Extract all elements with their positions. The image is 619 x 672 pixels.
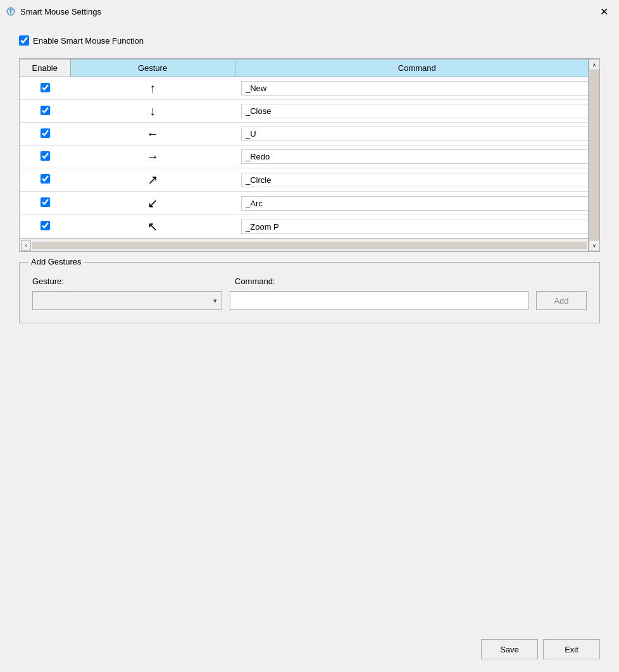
row-enable-4 [20,168,70,192]
row-gesture-3: → [70,146,235,168]
row-enable-3 [20,146,70,168]
header-enable: Enable [20,59,70,77]
scroll-track [589,70,599,240]
add-gestures-box: Add Gestures Gesture: Command: ↑↓←→↗↙↖↘↔… [19,262,600,323]
scroll-up-button[interactable]: ∧ [589,59,600,70]
enable-checkbox-3[interactable] [41,151,50,161]
command-input-6[interactable] [241,220,593,234]
window: Smart Mouse Settings ✕ Enable Smart Mous… [0,0,619,672]
exit-button[interactable]: Exit [543,639,600,659]
command-input-5[interactable] [241,196,593,211]
row-command-5 [235,192,599,215]
enable-function-label: Enable Smart Mouse Function [33,36,144,46]
enable-function-row: Enable Smart Mouse Function [19,35,600,46]
row-command-4 [235,168,599,192]
command-input-1[interactable] [241,104,593,118]
row-command-1 [235,100,599,123]
h-scroll-track [32,242,587,249]
table-body: ↑↓←→↗↙↖ [20,77,599,239]
command-input-2[interactable] [241,127,593,141]
gestures-table: Enable Gesture Command ↑↓←→↗↙↖ [20,59,599,239]
add-form-labels: Gesture: Command: [32,277,587,286]
row-command-6 [235,215,599,239]
enable-checkbox-2[interactable] [41,128,50,138]
row-gesture-2: ← [70,123,235,146]
command-input-3[interactable] [241,149,593,164]
header-command: Command [235,59,599,77]
command-input-4[interactable] [241,173,593,187]
table-row: ← [20,123,599,146]
close-button[interactable]: ✕ [596,4,611,19]
footer-buttons: Save Exit [0,633,619,672]
add-gestures-title: Add Gestures [28,257,84,266]
table-row: ↓ [20,100,599,123]
add-button[interactable]: Add [536,291,587,310]
table-row: ↙ [20,192,599,215]
row-command-2 [235,123,599,146]
main-content: Enable Smart Mouse Function Enable Gestu… [0,23,619,633]
app-icon [5,6,16,17]
row-enable-2 [20,123,70,146]
title-bar: Smart Mouse Settings ✕ [0,0,619,23]
save-button[interactable]: Save [481,639,538,659]
gestures-table-container: Enable Gesture Command ↑↓←→↗↙↖ ∧ ∨ [19,58,600,252]
row-gesture-4: ↗ [70,168,235,192]
row-enable-0 [20,77,70,100]
row-enable-6 [20,215,70,239]
table-row: ↖ [20,215,599,239]
row-command-0 [235,77,599,100]
gesture-field-label: Gesture: [32,277,235,286]
table-row: ↑ [20,77,599,100]
gesture-select[interactable]: ↑↓←→↗↙↖↘↔↕ [32,291,222,310]
svg-point-0 [10,11,12,13]
row-command-3 [235,146,599,168]
table-row: ↗ [20,168,599,192]
enable-function-checkbox[interactable] [19,35,29,46]
row-gesture-5: ↙ [70,192,235,215]
enable-checkbox-6[interactable] [41,221,50,230]
vertical-scrollbar: ∧ ∨ [588,59,599,251]
window-title: Smart Mouse Settings [20,7,101,16]
horizontal-scrollbar: ‹ › [20,239,599,251]
row-gesture-0: ↑ [70,77,235,100]
row-enable-1 [20,100,70,123]
enable-checkbox-1[interactable] [41,106,50,115]
gesture-select-wrapper: ↑↓←→↗↙↖↘↔↕ [32,291,222,310]
command-input[interactable] [230,291,528,310]
command-field-label: Command: [235,277,587,286]
enable-checkbox-0[interactable] [41,83,50,92]
scroll-left-button[interactable]: ‹ [21,240,31,251]
scroll-down-button[interactable]: ∨ [589,240,600,251]
add-form-inputs: ↑↓←→↗↙↖↘↔↕ Add [32,291,587,310]
table-header: Enable Gesture Command [20,59,599,77]
enable-checkbox-5[interactable] [41,197,50,207]
enable-checkbox-4[interactable] [41,174,50,184]
table-row: → [20,146,599,168]
row-gesture-6: ↖ [70,215,235,239]
row-enable-5 [20,192,70,215]
row-gesture-1: ↓ [70,100,235,123]
add-gestures-form: Gesture: Command: ↑↓←→↗↙↖↘↔↕ Add [32,277,587,310]
title-bar-left: Smart Mouse Settings [5,6,101,17]
command-input-0[interactable] [241,81,593,96]
header-gesture: Gesture [70,59,235,77]
